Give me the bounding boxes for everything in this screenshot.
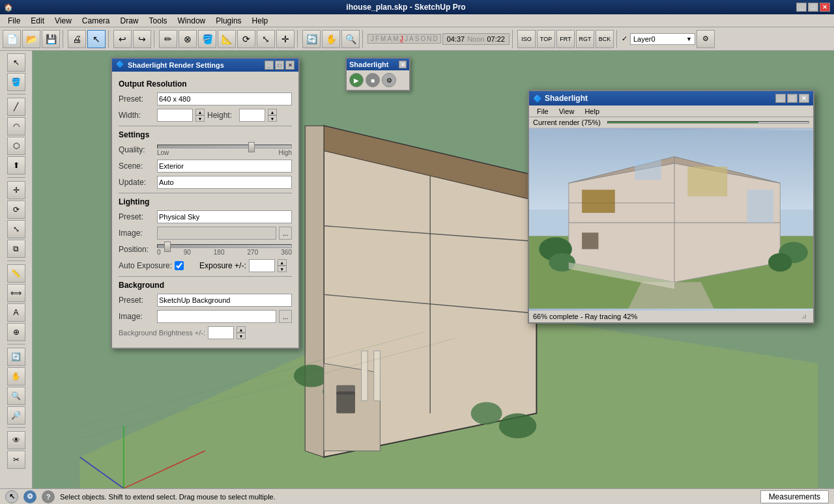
camera-zoom[interactable]: 🔍 xyxy=(341,30,360,48)
scene-select[interactable]: Exterior Interior Auto xyxy=(157,160,292,173)
width-input[interactable]: 640 xyxy=(157,109,193,122)
minimize-button[interactable]: _ xyxy=(796,3,807,12)
height-input[interactable]: 480 xyxy=(239,109,265,122)
sl-menu-view[interactable]: View xyxy=(554,107,580,116)
month-n[interactable]: N xyxy=(427,35,431,42)
render-settings-minimize[interactable]: _ xyxy=(265,61,274,70)
month-j2[interactable]: J xyxy=(399,35,403,42)
zoom-extents[interactable]: 🔎 xyxy=(7,406,25,425)
sl-menu-file[interactable]: File xyxy=(532,107,554,116)
quality-slider-thumb[interactable] xyxy=(248,142,255,152)
shaderlight-minimize-button[interactable]: _ xyxy=(775,94,786,103)
offset-tool[interactable]: ⧉ xyxy=(7,240,25,258)
month-a2[interactable]: A xyxy=(409,35,414,42)
scale-button[interactable]: ⤡ xyxy=(257,30,275,48)
month-d[interactable]: D xyxy=(433,35,437,42)
text-tool[interactable]: A xyxy=(7,303,25,322)
month-f[interactable]: F xyxy=(375,35,379,42)
month-j1[interactable]: J xyxy=(371,35,374,42)
shaderlight-maximize-button[interactable]: □ xyxy=(787,94,798,103)
paint-button[interactable]: 🪣 xyxy=(198,30,216,48)
redo-button[interactable]: ↪ xyxy=(133,30,151,48)
month-m[interactable]: M xyxy=(381,35,386,42)
update-select[interactable]: Auto Manual xyxy=(157,176,292,189)
position-slider-track[interactable] xyxy=(157,244,292,248)
move-tool[interactable]: ✛ xyxy=(7,181,25,199)
position-slider-thumb[interactable] xyxy=(164,242,171,252)
bg-brightness-input[interactable]: 0 xyxy=(208,326,234,339)
menu-help[interactable]: Help xyxy=(247,15,274,27)
print-button[interactable]: 🖨 xyxy=(68,30,86,48)
shaderlight-close-button[interactable]: ✕ xyxy=(799,94,809,103)
scale-tool[interactable]: ⤡ xyxy=(7,220,25,238)
render-settings-button[interactable]: ⚙ xyxy=(382,73,396,87)
new-button[interactable]: 📄 xyxy=(3,30,21,48)
cursor-button[interactable]: ↖ xyxy=(87,30,106,48)
maximize-button[interactable]: □ xyxy=(808,3,818,12)
menu-camera[interactable]: Camera xyxy=(77,15,115,27)
measure-button[interactable]: 📐 xyxy=(218,30,236,48)
camera-orbit[interactable]: 🔄 xyxy=(302,30,321,48)
render-stop-button[interactable]: ■ xyxy=(366,73,380,87)
width-down-button[interactable]: ▼ xyxy=(195,115,205,122)
lighting-image-input[interactable] xyxy=(157,227,276,240)
menu-window[interactable]: Window xyxy=(173,15,211,27)
quality-slider-track[interactable] xyxy=(157,145,292,148)
open-button[interactable]: 📂 xyxy=(22,30,40,48)
bg-brightness-down-button[interactable]: ▼ xyxy=(237,333,246,339)
orbit-tool[interactable]: 🔄 xyxy=(7,348,25,366)
line-tool[interactable]: ╱ xyxy=(7,98,25,116)
menu-plugins[interactable]: Plugins xyxy=(210,15,246,27)
exposure-input[interactable]: 0 xyxy=(249,259,275,272)
month-a[interactable]: A xyxy=(387,35,392,42)
section-tool[interactable]: ✂ xyxy=(7,451,25,469)
exposure-down-button[interactable]: ▼ xyxy=(278,266,287,272)
bg-browse-button[interactable]: ... xyxy=(279,310,292,323)
menu-view[interactable]: View xyxy=(50,15,77,27)
menu-tools[interactable]: Tools xyxy=(144,15,173,27)
walkthrough-tool[interactable]: 👁 xyxy=(7,431,25,449)
month-m2[interactable]: M xyxy=(393,35,398,42)
iso-view[interactable]: ISO xyxy=(517,30,536,48)
resolution-preset-select[interactable]: 640 x 480 800 x 600 1024 x 768 xyxy=(157,92,292,105)
mini-close-button[interactable]: ✕ xyxy=(399,61,407,68)
push-pull-tool[interactable]: ⬆ xyxy=(7,156,25,175)
shape-tool[interactable]: ⬡ xyxy=(7,137,25,155)
lighting-browse-button[interactable]: ... xyxy=(279,227,292,240)
back-view[interactable]: BCK xyxy=(596,30,614,48)
top-view[interactable]: TOP xyxy=(537,30,555,48)
tape-tool[interactable]: 📏 xyxy=(7,264,25,283)
dimension-tool[interactable]: ⟺ xyxy=(7,284,25,302)
render-resize-handle[interactable]: ⊿ xyxy=(801,313,809,320)
render-settings-maximize[interactable]: □ xyxy=(275,61,284,70)
month-s[interactable]: S xyxy=(415,35,420,42)
move-button[interactable]: ✛ xyxy=(276,30,295,48)
month-o[interactable]: O xyxy=(420,35,425,42)
bg-preset-select[interactable]: SketchUp Background Solid Color Image Ph… xyxy=(157,294,292,307)
sl-menu-help[interactable]: Help xyxy=(579,107,605,116)
month-j3[interactable]: J xyxy=(405,35,408,42)
menu-edit[interactable]: Edit xyxy=(25,15,50,27)
layer-settings-button[interactable]: ⚙ xyxy=(697,30,715,48)
height-down-button[interactable]: ▼ xyxy=(268,115,277,122)
height-up-button[interactable]: ▲ xyxy=(268,109,277,115)
arc-tool[interactable]: ◠ xyxy=(7,117,25,135)
right-view[interactable]: RGT xyxy=(576,30,594,48)
lighting-preset-select[interactable]: Physical Sky Artificial Lights Only Imag… xyxy=(157,210,292,223)
close-button[interactable]: ✕ xyxy=(820,3,830,12)
layer-dropdown[interactable]: Layer0 ▼ xyxy=(630,33,695,45)
auto-exposure-checkbox[interactable] xyxy=(175,261,184,270)
menu-file[interactable]: File xyxy=(3,15,25,27)
render-play-button[interactable]: ▶ xyxy=(349,73,364,87)
pencil-button[interactable]: ✏ xyxy=(159,30,177,48)
rotate-button[interactable]: ⟳ xyxy=(237,30,255,48)
exposure-up-button[interactable]: ▲ xyxy=(278,259,287,266)
render-settings-close[interactable]: ✕ xyxy=(285,61,295,70)
paint-fill-tool[interactable]: 🪣 xyxy=(7,73,25,91)
bg-image-input[interactable] xyxy=(157,310,276,323)
menu-draw[interactable]: Draw xyxy=(115,15,144,27)
pan-tool[interactable]: ✋ xyxy=(7,367,25,385)
width-up-button[interactable]: ▲ xyxy=(195,109,205,115)
zoom-tool[interactable]: 🔍 xyxy=(7,387,25,405)
camera-pan[interactable]: ✋ xyxy=(322,30,340,48)
